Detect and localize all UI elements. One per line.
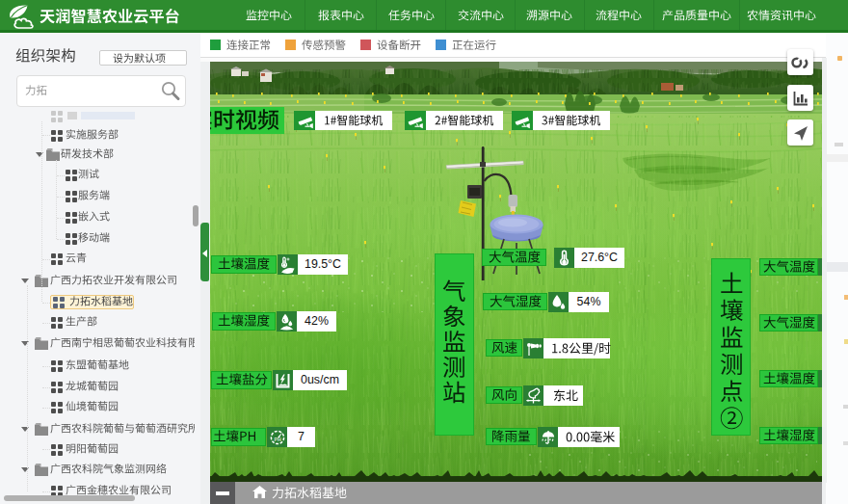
svg-text:PH: PH bbox=[274, 437, 280, 442]
